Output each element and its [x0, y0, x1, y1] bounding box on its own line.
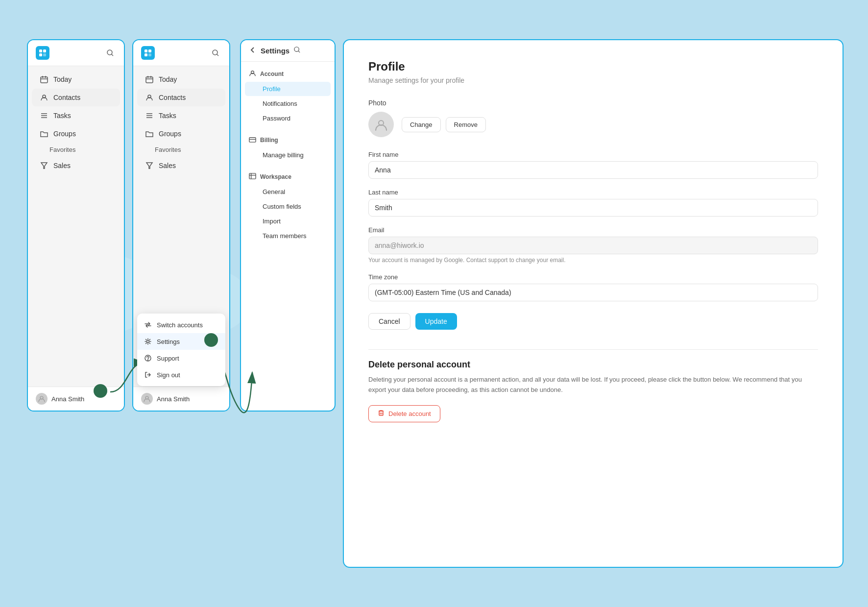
panel-1-main-nav: Today Contacts Tasks — [27, 39, 125, 412]
menu-item-sign-out[interactable]: Sign out — [137, 366, 225, 383]
context-menu: Switch accounts Settings Support — [137, 314, 225, 386]
timezone-select[interactable]: (GMT-05:00) Eastern Time (US and Canada) — [368, 284, 818, 301]
settings-title: Settings — [261, 47, 289, 55]
nav-label-today-1: Today — [53, 75, 72, 83]
nav-item-contacts-2[interactable]: Contacts — [137, 89, 225, 106]
svg-rect-20 — [148, 53, 151, 56]
last-name-field: Last name — [368, 189, 818, 217]
nav-label-favorites-2: Favorites — [155, 146, 181, 153]
nav-label-groups-2: Groups — [159, 130, 181, 138]
cancel-button[interactable]: Cancel — [368, 313, 410, 330]
panel2-header — [133, 40, 229, 66]
tasks-icon-1 — [40, 111, 48, 120]
calendar-icon-1 — [40, 75, 48, 84]
nav-label-tasks-2: Tasks — [159, 112, 176, 120]
section-divider — [368, 349, 818, 350]
nav-item-groups-2[interactable]: Groups — [137, 125, 225, 143]
svg-rect-41 — [249, 173, 256, 179]
photo-buttons: Change Remove — [402, 117, 486, 132]
menu-label-settings: Settings — [157, 338, 180, 345]
email-field: Email Your account is managed by Google.… — [368, 226, 818, 264]
signout-icon — [144, 371, 152, 379]
menu-label-switch-accounts: Switch accounts — [157, 321, 203, 329]
form-actions: Cancel Update — [368, 313, 818, 330]
app-logo-1 — [36, 46, 49, 60]
folder-icon-1 — [40, 129, 48, 138]
menu-item-switch-accounts[interactable]: Switch accounts — [137, 316, 225, 333]
nav-item-tasks-1[interactable]: Tasks — [32, 107, 120, 124]
search-button-1[interactable] — [104, 47, 116, 59]
panel-2-nav-with-menu: Today Contacts Tasks — [132, 39, 230, 412]
nav-item-tasks-2[interactable]: Tasks — [137, 107, 225, 124]
svg-rect-39 — [249, 138, 256, 142]
settings-search-button[interactable] — [293, 46, 301, 55]
panel1-avatar — [36, 393, 48, 405]
svg-line-37 — [298, 51, 300, 52]
menu-label-sign-out: Sign out — [157, 371, 180, 379]
settings-item-custom-fields[interactable]: Custom fields — [245, 199, 331, 214]
svg-point-32 — [147, 340, 149, 343]
circle-indicator-2 — [204, 333, 218, 347]
workspace-section-icon — [249, 172, 256, 181]
settings-header: Settings — [241, 40, 335, 62]
nav-label-contacts-1: Contacts — [53, 94, 80, 101]
change-photo-button[interactable]: Change — [402, 117, 441, 132]
nav-item-groups-1[interactable]: Groups — [32, 125, 120, 143]
nav-label-sales-1: Sales — [53, 162, 71, 170]
nav-label-contacts-2: Contacts — [159, 94, 186, 101]
account-section-header: Account — [241, 68, 335, 81]
billing-section-icon — [249, 136, 256, 145]
filter-icon-1 — [40, 161, 48, 170]
support-icon — [144, 354, 152, 362]
update-button[interactable]: Update — [415, 313, 457, 330]
circle-indicator-1 — [94, 384, 107, 398]
svg-rect-4 — [43, 53, 46, 56]
email-input[interactable] — [368, 237, 818, 254]
delete-account-button[interactable]: Delete account — [368, 405, 440, 422]
photo-section: Photo Change Remove — [368, 99, 818, 137]
first-name-field: First name — [368, 151, 818, 179]
settings-item-manage-billing[interactable]: Manage billing — [245, 148, 331, 162]
nav-item-today-1[interactable]: Today — [32, 71, 120, 88]
last-name-input[interactable] — [368, 199, 818, 217]
danger-text: Deleting your personal account is a perm… — [368, 375, 818, 395]
timezone-label: Time zone — [368, 273, 818, 281]
svg-rect-45 — [379, 411, 383, 415]
svg-rect-7 — [41, 77, 48, 83]
filter-icon-2 — [145, 161, 154, 170]
settings-back-button[interactable] — [249, 46, 257, 55]
settings-item-team-members[interactable]: Team members — [245, 229, 331, 243]
settings-item-general[interactable]: General — [245, 185, 331, 199]
switch-icon — [144, 321, 152, 329]
settings-item-import[interactable]: Import — [245, 214, 331, 228]
search-button-2[interactable] — [210, 47, 221, 59]
settings-section-workspace: Workspace General Custom fields Import T… — [241, 165, 335, 245]
settings-item-notifications[interactable]: Notifications — [245, 97, 331, 111]
nav-item-sales-2[interactable]: Sales — [137, 157, 225, 174]
settings-item-password[interactable]: Password — [245, 111, 331, 125]
first-name-input[interactable] — [368, 161, 818, 179]
last-name-label: Last name — [368, 189, 818, 196]
nav-sub-favorites-2[interactable]: Favorites — [133, 143, 229, 156]
nav-label-groups-1: Groups — [53, 130, 76, 138]
menu-item-support[interactable]: Support — [137, 350, 225, 366]
settings-section-account: Account Profile Notifications Password — [241, 62, 335, 128]
nav-item-today-2[interactable]: Today — [137, 71, 225, 88]
contacts-icon-1 — [40, 93, 48, 102]
svg-line-22 — [217, 54, 219, 56]
svg-rect-23 — [146, 77, 153, 83]
panel1-footer-user[interactable]: Anna Smith — [28, 387, 124, 411]
panel2-footer-user[interactable]: Anna Smith — [133, 387, 229, 411]
settings-item-profile[interactable]: Profile — [245, 82, 331, 96]
contacts-icon-2 — [145, 93, 154, 102]
nav-label-favorites-1: Favorites — [49, 146, 75, 153]
svg-line-6 — [112, 54, 114, 56]
nav-item-contacts-1[interactable]: Contacts — [32, 89, 120, 106]
nav-item-sales-1[interactable]: Sales — [32, 157, 120, 174]
svg-marker-31 — [146, 163, 152, 169]
svg-rect-18 — [148, 49, 151, 52]
svg-rect-2 — [43, 49, 46, 52]
photo-label: Photo — [368, 99, 818, 107]
nav-sub-favorites-1[interactable]: Favorites — [28, 143, 124, 156]
remove-photo-button[interactable]: Remove — [446, 117, 486, 132]
